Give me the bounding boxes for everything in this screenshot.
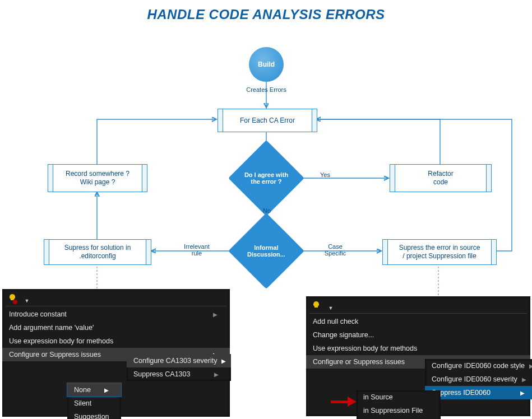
lightbulb-error-icon[interactable] [7,292,18,304]
node-suppress-solution-label: Supress for solution in .editorconfig [64,244,131,260]
menu-item-label: Silent [74,399,91,407]
chevron-right-icon: ▶ [213,311,218,318]
menu-item-label: Use expression body for methods [9,337,113,345]
edge-irrelevant: Irrelevant rule [177,243,216,257]
suppress-in-source[interactable]: in Source [357,390,441,404]
node-agree-label: Do I agree with the error ? [239,171,293,185]
menu-add-null-check[interactable]: Add null check [306,315,530,328]
chevron-right-icon: ▶ [522,376,526,383]
submenu-configure-style[interactable]: Configure IDE0060 code style ▶ [425,359,532,373]
node-for-each-label: For Each CA Error [240,117,295,125]
menu-item-label: Configure CA1303 severity [133,357,217,365]
vs-left-submenu2: None ▶ Silent Suggestion Warning Error [67,383,121,419]
node-suppress-source: Supress the error in source / project Su… [382,239,497,265]
node-refactor: Refactor code [390,164,492,192]
menu-introduce-constant[interactable]: Introduce constant ▶ [2,308,230,321]
node-agree-decision: Do I agree with the error ? [239,151,293,205]
menu-item-label: in Source [363,393,393,401]
menu-item-label: Introduce constant [9,310,67,318]
lightbulb-icon[interactable] [311,300,322,311]
node-record-label: Record somewhere ? Wiki page ? [66,170,129,187]
submenu-suppress[interactable]: Suppress CA1303 ▶ [127,367,231,381]
menu-item-label: Configure IDE0060 severity [432,375,517,383]
menu-item-label: Add argument name 'value' [9,324,94,332]
chevron-right-icon: ▶ [520,390,525,396]
node-for-each: For Each CA Error [218,109,317,132]
menu-expression-body[interactable]: Use expression body for methods [306,342,530,355]
submenu-suppress[interactable]: Suppress IDE0060 ▶ [425,386,532,399]
menu-item-label: Use expression body for methods [313,344,417,352]
red-arrow-annotation [331,398,357,405]
node-record: Record somewhere ? Wiki page ? [48,164,147,192]
severity-none[interactable]: None ▶ [67,383,121,397]
vs-right-submenu2: in Source in Suppression File in Source … [357,390,441,419]
menu-item-label: Suggestion [74,413,109,419]
menu-item-label: Configure IDE0060 code style [432,362,525,370]
chevron-right-icon: ▶ [214,371,219,378]
node-build: Build [249,47,284,82]
menu-item-label: in Suppression File [363,407,423,415]
node-refactor-label: Refactor code [428,170,453,187]
vs-right-submenu1: Configure IDE0060 code style ▶ Configure… [425,359,532,399]
menu-item-label: Suppress CA1303 [133,370,190,378]
chevron-down-icon[interactable]: ▼ [24,298,29,304]
submenu-configure-severity[interactable]: Configure IDE0060 severity ▶ [425,373,532,386]
chevron-right-icon: ▶ [221,358,226,364]
suppress-in-file[interactable]: in Suppression File [357,404,441,417]
edge-case-specific: Case Specific [316,243,355,257]
edge-yes: Yes [316,171,335,178]
chevron-right-icon: ▶ [529,363,532,369]
chevron-down-icon[interactable]: ▼ [328,305,333,311]
severity-suggestion[interactable]: Suggestion [67,410,121,419]
menu-add-argument[interactable]: Add argument name 'value' [2,321,230,334]
vs-left-submenu1: Configure CA1303 severity ▶ Suppress CA1… [127,354,231,381]
menu-item-label: Add null check [313,318,358,325]
vs-left-panel: ▼ Introduce constant ▶ Add argument name… [2,289,230,417]
menu-expression-body[interactable]: Use expression body for methods [2,334,230,348]
menu-item-label: Configure or Suppress issues [9,351,101,359]
node-build-label: Build [258,60,275,68]
menu-item-label: None [74,386,91,394]
node-discussion-label: Informal Discussion... [239,244,293,258]
node-suppress-solution: Supress for solution in .editorconfig [44,239,151,265]
node-suppress-source-label: Supress the error in source / project Su… [399,244,480,260]
severity-silent[interactable]: Silent [67,397,121,410]
edge-no: No [260,207,274,214]
submenu-configure-severity[interactable]: Configure CA1303 severity ▶ [127,354,231,367]
menu-change-signature[interactable]: Change signature... [306,328,530,342]
chevron-right-icon: ▶ [104,387,109,393]
menu-item-label: Configure or Suppress issues [313,358,405,366]
menu-item-label: Change signature... [313,331,374,339]
edge-creates-errors: Creates Errors [244,86,289,93]
node-discussion-decision: Informal Discussion... [239,224,293,278]
